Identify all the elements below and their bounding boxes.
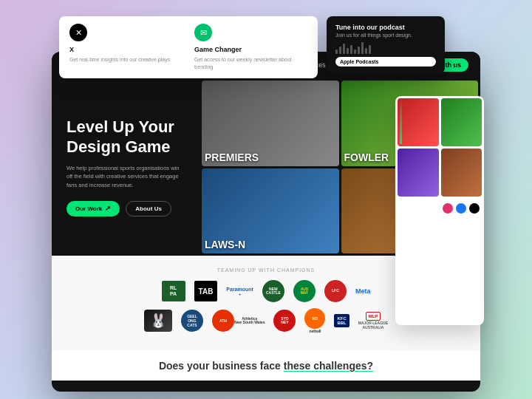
side-img-1 [398,98,439,146]
podcast-waveform [335,42,436,54]
wave-bar [335,50,338,54]
side-img-4 [441,149,482,197]
cta-text: Does your business face these challenges… [61,360,471,372]
laws-overlay: LAWS-N [205,239,245,250]
newsletter-desc: Get access to our weekly newsletter abou… [194,56,307,71]
fowler-overlay: FOWLER [344,151,389,163]
wave-bar [343,44,345,54]
apple-podcasts-button[interactable]: Apple Podcasts [335,57,436,66]
wave-bar [358,47,360,54]
hero-subtitle: We help professional sports organisation… [66,164,185,189]
wave-bar [339,47,341,54]
podcast-subtitle: Join us for all things sport design. [335,33,436,38]
wave-bar [354,50,356,54]
x-title: X [69,46,183,53]
partner-geelong: GEELONGCATS [181,310,203,332]
podcast-title: Tune into our podcast [335,24,436,31]
hero-left-panel: Level Up Your Design Game We help profes… [52,78,200,256]
side-img-2 [441,98,482,146]
grid-image-premiers: PREMIERS [202,81,339,166]
cta-prefix: Does your business face [159,360,284,372]
partner-athletics: ATH AthleticsNew South Wales [212,310,265,332]
social-newsletter-panel: ✕ X Get real-time insights into our crea… [59,16,318,78]
partner-meta: Meta [355,287,371,295]
podcast-panel: Tune into our podcast Join us for all th… [327,16,445,74]
our-work-button[interactable]: Our Work ↗ [66,201,120,216]
newsletter-title: Game Changer [194,46,307,53]
x-icon: ✕ [69,24,87,41]
athletics-label: AthleticsNew South Wales [234,317,265,325]
newsletter-panel-item: ✉ Game Changer Get access to our weekly … [194,24,307,71]
partner-netball: NB netball [304,308,325,333]
wave-bar [365,48,367,54]
about-us-button[interactable]: About Us [126,201,171,216]
partner-newcastle-jets: NEWCASTLE [262,280,284,302]
wave-bar [350,45,352,54]
twitter-panel-item: ✕ X Get real-time insights into our crea… [69,24,183,64]
hero-title: Level Up Your Design Game [66,117,185,157]
wave-bar [347,48,349,54]
athletics-circle: ATH [212,310,234,332]
cta-section: Does your business face these challenges… [52,351,480,381]
x-desc: Get real-time insights into our creative… [69,56,183,64]
partner-rlpa: RLPA [162,281,185,301]
premiers-overlay: PREMIERS [205,151,259,163]
side-social-icons [395,199,484,218]
partner-bbl: KFCBBL [334,314,349,327]
partner-mlb: MLP MAJOR LEAGUEAUSTRALIA [358,312,388,330]
wave-bar [369,45,371,54]
tiktok-icon[interactable] [469,203,480,214]
grid-image-laws: LAWS-N [202,168,339,254]
partner-paramount: Paramount + [226,287,253,296]
side-img-3 [398,149,439,197]
partner-matildas: AUSMAT [293,280,316,302]
instagram-icon[interactable] [443,203,453,214]
partner-rabbitohs: 🐰 [144,310,172,332]
partner-sydney-swans: SYDNEY [273,310,296,332]
arrow-icon: ↗ [105,205,111,212]
newsletter-icon: ✉ [194,24,212,41]
side-image-grid [395,96,484,199]
twitter-icon[interactable] [456,203,466,214]
partner-liverpool: LFC [324,280,347,302]
cta-underlined: these challenges? [284,360,373,372]
partner-tab: TAB [194,281,218,301]
right-side-panel [395,96,484,325]
wave-bar [361,42,364,54]
hero-buttons: Our Work ↗ About Us [66,201,185,216]
